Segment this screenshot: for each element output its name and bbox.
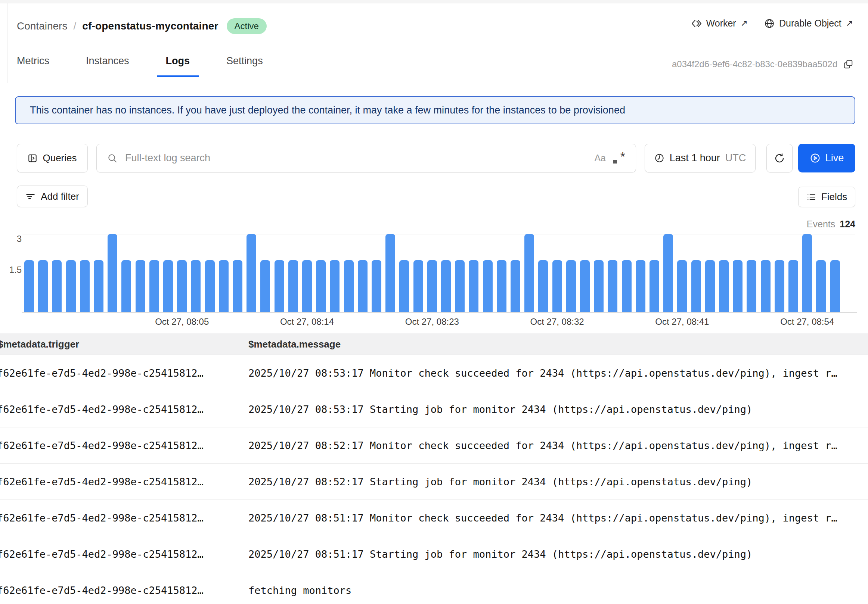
chart-bar[interactable] xyxy=(677,260,687,312)
chart-bar[interactable] xyxy=(538,260,548,312)
chart-bar[interactable] xyxy=(66,260,76,312)
chart-bar[interactable] xyxy=(552,260,562,312)
chart-bar[interactable] xyxy=(177,260,187,312)
fields-button[interactable]: Fields xyxy=(798,187,855,207)
log-table-row[interactable]: f62e61fe-e7d5-4ed2-998e-c25415812…2025/1… xyxy=(0,428,868,463)
chart-bar[interactable] xyxy=(386,234,395,312)
add-filter-button[interactable]: Add filter xyxy=(17,185,88,207)
chart-bar[interactable] xyxy=(316,260,326,312)
live-button-label: Live xyxy=(825,152,844,164)
log-table-row[interactable]: f62e61fe-e7d5-4ed2-998e-c25415812…2025/1… xyxy=(0,463,868,500)
chart-bar[interactable] xyxy=(191,260,201,312)
chart-bar[interactable] xyxy=(441,260,451,312)
chart-bar[interactable] xyxy=(719,260,728,312)
chart-bar[interactable] xyxy=(149,260,159,312)
chart-bar[interactable] xyxy=(608,260,617,312)
chart-bar[interactable] xyxy=(816,260,826,312)
chart-bar[interactable] xyxy=(747,260,756,312)
chart-bar[interactable] xyxy=(524,234,534,312)
chart-bar[interactable] xyxy=(52,260,62,312)
tab-instances[interactable]: Instances xyxy=(77,55,138,77)
chart-bar[interactable] xyxy=(649,260,659,312)
chart-bar[interactable] xyxy=(136,260,145,312)
chart-bar[interactable] xyxy=(399,260,409,312)
durable-object-link[interactable]: Durable Object ↗ xyxy=(764,18,853,29)
worker-link[interactable]: Worker ↗ xyxy=(691,18,748,29)
breadcrumb-containers-link[interactable]: Containers xyxy=(17,20,67,32)
live-button[interactable]: Live xyxy=(798,144,855,173)
chart-bar[interactable] xyxy=(260,260,270,312)
chart-bar[interactable] xyxy=(414,260,423,312)
chart-bar[interactable] xyxy=(622,260,632,312)
tab-logs[interactable]: Logs xyxy=(157,55,199,77)
chart-bar[interactable] xyxy=(497,260,507,312)
chart-bar[interactable] xyxy=(455,260,465,312)
tab-settings[interactable]: Settings xyxy=(217,55,272,77)
chart-bar[interactable] xyxy=(802,234,812,312)
clock-icon xyxy=(654,153,665,163)
chart-bar[interactable] xyxy=(566,260,576,312)
page-title: cf-openstatus-mycontainer xyxy=(82,20,218,32)
tab-bar-divider xyxy=(0,83,868,83)
events-bar-chart[interactable] xyxy=(24,234,846,312)
chart-bar[interactable] xyxy=(691,260,701,312)
chart-bar[interactable] xyxy=(288,260,298,312)
refresh-button[interactable] xyxy=(766,144,792,173)
chart-bar[interactable] xyxy=(511,260,520,312)
chart-bar[interactable] xyxy=(163,260,173,312)
chart-bar[interactable] xyxy=(302,260,312,312)
chart-bar[interactable] xyxy=(330,260,339,312)
chart-bar[interactable] xyxy=(94,260,104,312)
cell-trigger: f62e61fe-e7d5-4ed2-998e-c25415812… xyxy=(0,548,203,560)
chart-bar[interactable] xyxy=(594,260,604,312)
log-table-row[interactable]: f62e61fe-e7d5-4ed2-998e-c25415812…2025/1… xyxy=(0,391,868,428)
chart-bar[interactable] xyxy=(108,234,117,312)
chart-bar[interactable] xyxy=(358,260,367,312)
tab-metrics[interactable]: Metrics xyxy=(8,55,58,77)
chart-bar[interactable] xyxy=(274,260,284,312)
time-range-label: Last 1 hour xyxy=(670,152,720,164)
chart-bar[interactable] xyxy=(121,260,131,312)
chart-bar[interactable] xyxy=(372,260,381,312)
chart-bar[interactable] xyxy=(580,260,590,312)
header-links: Worker ↗ Durable Object ↗ xyxy=(691,18,853,29)
search-input[interactable] xyxy=(124,152,587,164)
chart-bar[interactable] xyxy=(205,260,215,312)
chart-bar[interactable] xyxy=(483,260,493,312)
log-table-row[interactable]: f62e61fe-e7d5-4ed2-998e-c25415812…2025/1… xyxy=(0,355,868,391)
log-table-row[interactable]: f62e61fe-e7d5-4ed2-998e-c25415812…2025/1… xyxy=(0,500,868,536)
chart-bar[interactable] xyxy=(705,260,715,312)
chart-bar[interactable] xyxy=(38,260,48,312)
chart-bar[interactable] xyxy=(761,260,770,312)
chart-bar[interactable] xyxy=(80,260,90,312)
log-table-row[interactable]: f62e61fe-e7d5-4ed2-998e-c25415812…2025/1… xyxy=(0,536,868,572)
chart-bar[interactable] xyxy=(469,260,479,312)
chart-bar[interactable] xyxy=(24,260,34,312)
chart-bar[interactable] xyxy=(830,260,840,312)
time-range-button[interactable]: Last 1 hour UTC xyxy=(645,144,756,173)
chart-bar[interactable] xyxy=(775,260,784,312)
log-table-body: f62e61fe-e7d5-4ed2-998e-c25415812…2025/1… xyxy=(0,355,868,604)
chart-bar[interactable] xyxy=(344,260,354,312)
globe-icon xyxy=(764,18,775,29)
queries-button[interactable]: Queries xyxy=(17,144,88,173)
status-badge: Active xyxy=(227,18,267,34)
chart-bar[interactable] xyxy=(232,260,242,312)
chart-bar[interactable] xyxy=(219,260,229,312)
regex-toggle-icon[interactable]: * xyxy=(612,151,625,165)
chart-bar[interactable] xyxy=(663,234,673,312)
copy-icon[interactable] xyxy=(843,59,853,69)
chart-bar[interactable] xyxy=(427,260,437,312)
cell-message: 2025/10/27 08:52:17 Monitor check succee… xyxy=(248,440,837,451)
chart-bar[interactable] xyxy=(636,260,645,312)
chart-bar[interactable] xyxy=(733,260,742,312)
chart-bar[interactable] xyxy=(789,260,798,312)
container-id: a034f2d6-9ef6-4c82-b83c-0e839baa502d xyxy=(672,59,837,70)
case-sensitive-toggle[interactable]: Aa xyxy=(594,153,606,164)
code-icon xyxy=(691,18,702,29)
log-table-row[interactable]: f62e61fe-e7d5-4ed2-998e-c25415812…fetchi… xyxy=(0,572,868,604)
x-axis-tick: Oct 27, 08:41 xyxy=(655,317,709,327)
events-count: 124 xyxy=(840,219,855,230)
chart-bar[interactable] xyxy=(246,234,256,312)
column-header-trigger: $metadata.trigger xyxy=(0,338,79,350)
